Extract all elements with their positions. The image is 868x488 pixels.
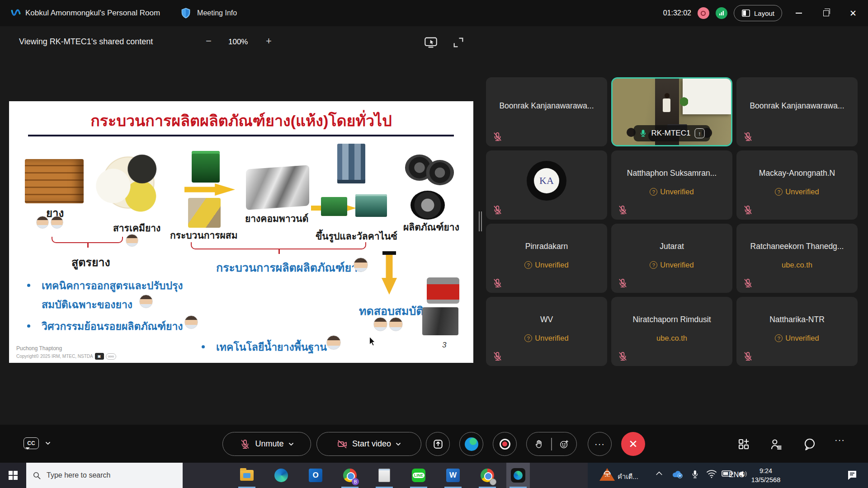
restore-button[interactable] [816,4,836,22]
chrome-profile-icon[interactable]: B [338,463,362,488]
panel-resize-handle[interactable] [478,211,482,231]
warning-icon[interactable] [599,467,615,482]
fullscreen-icon[interactable] [452,36,465,49]
windows-taskbar: Type here to search O B LINE W คำเตื... … [0,463,868,488]
connection-quality-icon[interactable] [716,7,727,19]
participant-tile[interactable]: Niratchaporn Rimdusit ube.co.th [611,297,732,366]
participant-tile[interactable]: Nattharika-NTR ?Unverified [736,297,858,366]
start-video-button[interactable]: Start video [316,432,421,456]
more-options-button[interactable]: ··· [588,432,612,456]
person-photo [36,216,49,229]
more-panels-button[interactable]: ··· [835,435,848,448]
edge-icon[interactable] [269,463,293,488]
mic-muted-icon [743,278,753,288]
close-icon: ✕ [628,438,637,450]
record-button[interactable] [493,432,517,456]
cc-icon[interactable]: CC [24,437,39,449]
chevron-down-icon[interactable] [45,441,51,446]
participant-tile[interactable]: Natthaphon Suksamran... ?Unverified [611,150,732,220]
participant-tile[interactable]: Mackay-Anongnath.N ?Unverified [736,150,858,220]
mic-muted-icon [492,278,503,288]
bullet-dot [27,324,30,328]
outlook-icon[interactable]: O [304,463,327,488]
slide-author: Puchong Thaptong [16,345,62,352]
recording-indicator-icon[interactable] [698,7,709,19]
participant-tile[interactable]: Boonrak Kanjanawarawa... [486,77,607,146]
process-arrow-1 [184,183,235,196]
webex-app-button[interactable] [459,432,483,456]
webex-icon[interactable] [506,463,530,488]
tray-date: 13/5/2568 [745,475,787,484]
video-projector-screen [683,79,731,114]
search-icon [33,471,41,480]
person-photo [373,317,387,331]
reactions-icon [559,439,569,449]
participant-tile-active-speaker[interactable]: RK-MTEC1 ↑ [611,77,732,146]
participant-tile[interactable]: KA [486,150,607,220]
mic-muted-icon [492,131,503,142]
person-photo [389,317,403,331]
participants-button[interactable] [769,437,783,451]
chat-button[interactable] [803,437,816,451]
record-icon [500,439,510,450]
language-indicator[interactable]: ENG [729,471,745,479]
minimize-button[interactable] [788,4,809,22]
reactions-button[interactable] [552,439,576,449]
layout-button[interactable]: Layout [734,5,782,21]
line-icon[interactable]: LINE [407,463,430,488]
chevron-down-icon[interactable] [288,441,294,447]
tray-mic-icon[interactable] [691,469,699,480]
share-content-button[interactable] [426,432,450,456]
label-chemicals: สารเคมียาง [113,221,160,235]
apps-button[interactable] [737,437,750,451]
mic-muted-icon [743,205,753,215]
notepad-icon[interactable] [373,463,396,488]
participant-tile[interactable]: Jutarat ?Unverified [611,224,732,293]
camera-off-icon [337,439,348,450]
participant-tile[interactable]: WV ?Unverified [486,297,607,366]
test-machine-image [427,277,459,304]
meeting-info-button[interactable]: Meeting Info [197,9,237,17]
mic-muted-icon [618,205,628,215]
chevron-up-icon[interactable] [655,469,664,478]
rubber-mount-image [426,160,454,185]
raise-hand-button[interactable] [527,439,551,449]
room-title: Kobkul Amonmongkul's Personal Room [25,9,160,18]
participant-tile[interactable]: Boonrak Kanjanawarawa... [736,77,858,146]
file-explorer-icon[interactable] [235,463,259,488]
close-window-button[interactable]: ✕ [843,4,863,22]
brace-formula [52,237,123,243]
taskbar-clock[interactable]: 9:24 13/5/2568 [745,466,787,484]
webex-logo-icon [10,8,22,19]
bullet-dot [27,284,30,287]
chrome-alt-icon[interactable] [476,463,499,488]
slide-copyright: Copyright© 2025 IRM, MTEC, NSTDA ▣ ooo [16,353,116,360]
person-photo [51,216,63,229]
taskbar-search[interactable]: Type here to search [26,463,183,488]
participant-tile[interactable]: Ratchaneekorn Thanedg... ube.co.th [736,224,858,293]
search-placeholder: Type here to search [47,471,110,479]
label-testing: ทดสอบสมบัติ [359,302,424,320]
tray-warning-text[interactable]: คำเตื... [618,471,638,482]
bullet-dot [202,345,205,348]
unmute-button[interactable]: Unmute [222,432,311,456]
remote-control-icon[interactable] [424,36,438,49]
start-button[interactable] [0,463,26,488]
test-machine2-image [422,307,458,335]
participant-tile[interactable]: Pinradakarn ?Unverified [486,224,607,293]
leave-meeting-button[interactable]: ✕ [621,432,645,456]
onedrive-icon[interactable] [672,469,684,479]
captions-control[interactable]: CC [24,437,51,449]
wifi-icon[interactable] [706,469,717,479]
zoom-in-button[interactable]: + [266,35,272,47]
notification-icon[interactable] [846,469,858,481]
camera-logo-icon: ▣ [95,353,104,360]
tire-image [410,191,445,220]
zoom-out-button[interactable]: − [206,35,212,47]
footer-logo-pill: ooo [106,353,116,360]
unverified-badge: ?Unverified [736,334,858,343]
person-photo [184,315,198,329]
bullet-2: วิศวกรรมย้อนรอยผลิตภัณฑ์ยาง [42,318,183,334]
word-icon[interactable]: W [441,463,465,488]
chevron-down-icon[interactable] [396,441,401,447]
